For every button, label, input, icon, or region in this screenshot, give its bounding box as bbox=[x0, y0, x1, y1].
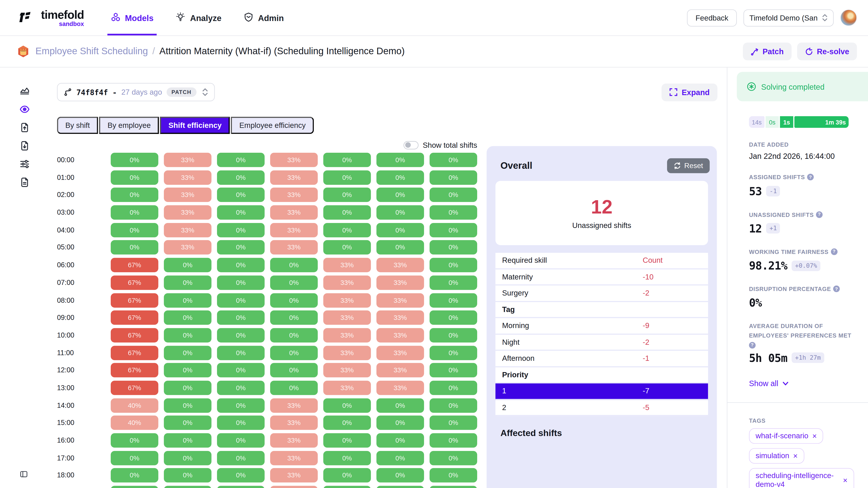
efficiency-cell[interactable]: 0% bbox=[217, 346, 265, 360]
user-avatar[interactable] bbox=[840, 9, 857, 26]
efficiency-cell[interactable]: 0% bbox=[111, 468, 158, 483]
rail-sliders-icon[interactable] bbox=[0, 156, 49, 174]
efficiency-cell[interactable]: 33% bbox=[270, 223, 318, 237]
efficiency-cell[interactable]: 0% bbox=[323, 153, 371, 167]
efficiency-cell[interactable]: 0% bbox=[323, 240, 371, 255]
workspace-select[interactable]: Timefold Demo (San bbox=[743, 9, 834, 26]
efficiency-cell[interactable]: 67% bbox=[111, 275, 158, 290]
show-total-shifts-toggle[interactable] bbox=[403, 141, 418, 149]
reset-button[interactable]: Reset bbox=[667, 158, 710, 173]
efficiency-cell[interactable]: 0% bbox=[376, 451, 424, 465]
efficiency-cell[interactable]: 0% bbox=[111, 433, 158, 448]
show-all-link[interactable]: Show all bbox=[749, 379, 868, 388]
efficiency-cell[interactable]: 40% bbox=[111, 416, 158, 430]
efficiency-cell[interactable]: 0% bbox=[323, 205, 371, 220]
efficiency-cell[interactable]: 0% bbox=[217, 433, 265, 448]
efficiency-cell[interactable]: 33% bbox=[323, 381, 371, 395]
efficiency-cell[interactable]: 33% bbox=[164, 153, 212, 167]
efficiency-cell[interactable]: 33% bbox=[376, 275, 424, 290]
help-icon[interactable]: ? bbox=[807, 174, 814, 181]
help-icon[interactable]: ? bbox=[749, 342, 755, 348]
efficiency-cell[interactable]: 0% bbox=[217, 328, 265, 343]
efficiency-cell[interactable]: 33% bbox=[164, 170, 212, 185]
efficiency-cell[interactable]: 0% bbox=[323, 398, 371, 413]
efficiency-cell[interactable]: 0% bbox=[164, 311, 212, 325]
efficiency-cell[interactable]: 0% bbox=[323, 486, 371, 488]
efficiency-cell[interactable]: 0% bbox=[217, 258, 265, 272]
efficiency-cell[interactable]: 0% bbox=[217, 398, 265, 413]
efficiency-cell[interactable]: 33% bbox=[323, 311, 371, 325]
efficiency-cell[interactable]: 67% bbox=[111, 363, 158, 378]
efficiency-cell[interactable]: 0% bbox=[111, 451, 158, 465]
efficiency-cell[interactable]: 0% bbox=[111, 205, 158, 220]
efficiency-cell[interactable]: 0% bbox=[217, 363, 265, 378]
efficiency-cell[interactable]: 33% bbox=[323, 363, 371, 378]
breakdown-row-morning[interactable]: Morning-9 bbox=[495, 318, 708, 334]
efficiency-cell[interactable]: 0% bbox=[217, 416, 265, 430]
efficiency-cell[interactable]: 0% bbox=[111, 170, 158, 185]
help-icon[interactable]: ? bbox=[816, 211, 823, 218]
efficiency-cell[interactable]: 0% bbox=[111, 153, 158, 167]
efficiency-cell[interactable]: 33% bbox=[376, 293, 424, 307]
efficiency-cell[interactable]: 0% bbox=[430, 363, 477, 378]
efficiency-cell[interactable]: 0% bbox=[430, 311, 477, 325]
efficiency-cell[interactable]: 0% bbox=[270, 293, 318, 307]
efficiency-cell[interactable]: 0% bbox=[376, 398, 424, 413]
efficiency-cell[interactable]: 33% bbox=[164, 223, 212, 237]
rail-file-down-icon[interactable] bbox=[0, 138, 49, 156]
rail-file-up-icon[interactable] bbox=[0, 120, 49, 138]
efficiency-cell[interactable]: 33% bbox=[270, 240, 318, 255]
efficiency-cell[interactable]: 33% bbox=[270, 433, 318, 448]
efficiency-cell[interactable]: 33% bbox=[270, 451, 318, 465]
efficiency-cell[interactable]: 0% bbox=[430, 258, 477, 272]
patch-button[interactable]: Patch bbox=[743, 43, 792, 60]
efficiency-cell[interactable]: 33% bbox=[376, 258, 424, 272]
efficiency-cell[interactable]: 33% bbox=[323, 258, 371, 272]
efficiency-cell[interactable]: 0% bbox=[111, 223, 158, 237]
efficiency-cell[interactable]: 0% bbox=[111, 188, 158, 202]
collapse-panel-icon[interactable] bbox=[20, 470, 28, 480]
efficiency-cell[interactable]: 0% bbox=[217, 205, 265, 220]
tag-chip-simulation[interactable]: simulation× bbox=[749, 448, 804, 464]
tab-employee-efficiency[interactable]: Employee efficiency bbox=[231, 117, 314, 134]
efficiency-cell[interactable]: 0% bbox=[430, 381, 477, 395]
brand[interactable]: timefold sandbox bbox=[17, 8, 84, 27]
efficiency-cell[interactable]: 0% bbox=[430, 205, 477, 220]
efficiency-cell[interactable]: 0% bbox=[164, 451, 212, 465]
efficiency-cell[interactable]: 33% bbox=[323, 328, 371, 343]
tab-by-employee[interactable]: By employee bbox=[99, 117, 159, 134]
efficiency-cell[interactable]: 40% bbox=[111, 398, 158, 413]
breakdown-row-afternoon[interactable]: Afternoon-1 bbox=[495, 351, 708, 367]
efficiency-cell[interactable]: 0% bbox=[430, 398, 477, 413]
help-icon[interactable]: ? bbox=[833, 286, 840, 292]
efficiency-cell[interactable]: 33% bbox=[323, 346, 371, 360]
breakdown-row-1[interactable]: 1-7 bbox=[495, 383, 708, 400]
efficiency-cell[interactable]: 0% bbox=[111, 240, 158, 255]
efficiency-cell[interactable]: 0% bbox=[217, 381, 265, 395]
efficiency-cell[interactable]: 0% bbox=[430, 223, 477, 237]
tab-shift-efficiency[interactable]: Shift efficiency bbox=[160, 117, 230, 134]
efficiency-cell[interactable]: 0% bbox=[430, 451, 477, 465]
efficiency-cell[interactable]: 33% bbox=[164, 205, 212, 220]
rail-eye-icon[interactable] bbox=[0, 101, 49, 120]
efficiency-cell[interactable]: 33% bbox=[270, 398, 318, 413]
efficiency-cell[interactable]: 0% bbox=[323, 170, 371, 185]
efficiency-cell[interactable]: 0% bbox=[323, 416, 371, 430]
efficiency-cell[interactable]: 0% bbox=[164, 293, 212, 307]
efficiency-cell[interactable]: 33% bbox=[376, 346, 424, 360]
nav-item-admin[interactable]: Admin bbox=[244, 0, 284, 35]
efficiency-cell[interactable]: 0% bbox=[430, 346, 477, 360]
rail-file-text-icon[interactable] bbox=[0, 174, 49, 193]
efficiency-cell[interactable]: 0% bbox=[164, 258, 212, 272]
tab-by-shift[interactable]: By shift bbox=[57, 117, 98, 134]
efficiency-cell[interactable]: 67% bbox=[111, 311, 158, 325]
efficiency-cell[interactable]: 33% bbox=[164, 188, 212, 202]
efficiency-cell[interactable]: 0% bbox=[164, 486, 212, 488]
efficiency-cell[interactable]: 0% bbox=[323, 433, 371, 448]
efficiency-cell[interactable]: 0% bbox=[164, 416, 212, 430]
efficiency-cell[interactable]: 0% bbox=[323, 451, 371, 465]
efficiency-cell[interactable]: 67% bbox=[111, 293, 158, 307]
efficiency-cell[interactable]: 33% bbox=[270, 188, 318, 202]
breakdown-row-surgery[interactable]: Surgery-2 bbox=[495, 286, 708, 302]
efficiency-cell[interactable]: 0% bbox=[164, 398, 212, 413]
